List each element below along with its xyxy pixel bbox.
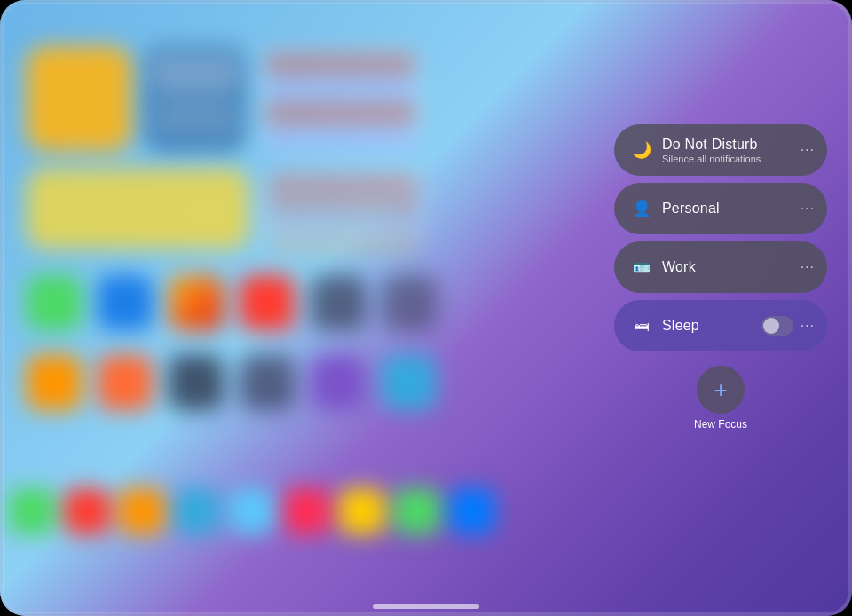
focus-more-sleep[interactable]: ··· xyxy=(797,312,818,339)
moon-icon: 🌙 xyxy=(627,135,657,165)
focus-item-personal[interactable]: 👤 Personal ··· xyxy=(614,183,827,234)
focus-more-dnd[interactable]: ··· xyxy=(797,137,818,163)
focus-item-sleep[interactable]: 🛏 Sleep ··· xyxy=(614,300,827,351)
home-indicator[interactable] xyxy=(373,604,479,609)
sleep-toggle[interactable] xyxy=(761,316,793,336)
plus-icon: + xyxy=(714,376,727,404)
new-focus-label: New Focus xyxy=(694,418,747,430)
sleep-toggle-knob xyxy=(763,318,779,334)
focus-item-name-personal: Personal xyxy=(662,201,797,217)
badge-icon: 🪪 xyxy=(627,252,657,282)
new-focus-button[interactable]: + xyxy=(697,366,745,414)
focus-item-content-work: Work xyxy=(657,259,797,275)
focus-item-work[interactable]: 🪪 Work ··· xyxy=(614,241,827,293)
focus-more-work[interactable]: ··· xyxy=(797,254,818,280)
focus-item-content-sleep: Sleep xyxy=(657,318,761,334)
focus-item-subtitle-dnd: Silence all notifications xyxy=(662,154,797,164)
person-icon: 👤 xyxy=(627,193,657,224)
focus-item-content-dnd: Do Not Disturb Silence all notifications xyxy=(657,137,797,164)
focus-more-personal[interactable]: ··· xyxy=(797,195,818,222)
focus-item-do-not-disturb[interactable]: 🌙 Do Not Disturb Silence all notificatio… xyxy=(614,124,827,176)
focus-item-name-sleep: Sleep xyxy=(662,318,761,334)
focus-panel: 🌙 Do Not Disturb Silence all notificatio… xyxy=(614,124,827,430)
ipad-frame: 🌙 Do Not Disturb Silence all notificatio… xyxy=(0,0,852,616)
focus-item-name-dnd: Do Not Disturb xyxy=(662,137,797,153)
focus-item-name-work: Work xyxy=(662,259,797,275)
focus-item-content-personal: Personal xyxy=(657,201,797,217)
new-focus-area[interactable]: + New Focus xyxy=(614,366,827,430)
bed-icon: 🛏 xyxy=(627,311,657,341)
